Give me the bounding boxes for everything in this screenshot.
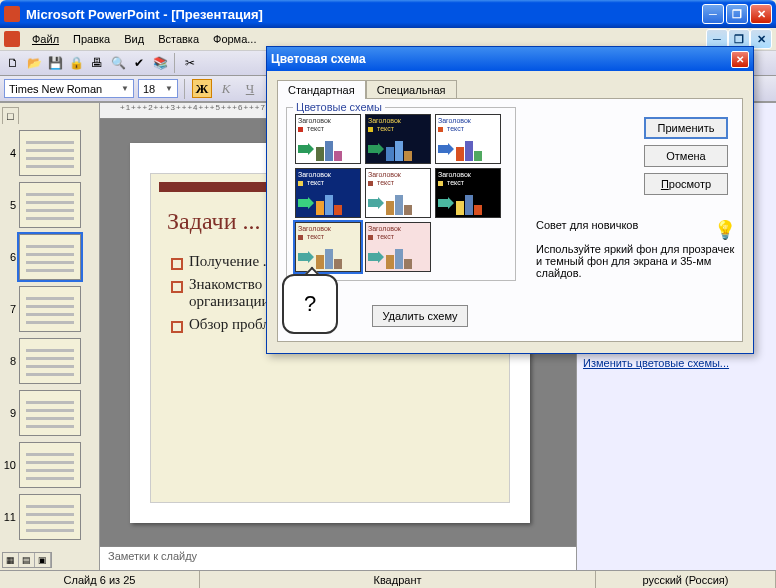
menu-view[interactable]: Вид — [118, 31, 150, 47]
sorter-view-button[interactable]: ▤ — [19, 553, 35, 567]
menu-insert[interactable]: Вставка — [152, 31, 205, 47]
slide-thumbnail[interactable] — [19, 234, 81, 280]
scheme-label: Заголовоктекст — [368, 225, 428, 241]
color-scheme-thumb[interactable]: Заголовоктекст — [295, 114, 361, 164]
color-scheme-thumb[interactable]: Заголовоктекст — [435, 168, 501, 218]
thumb-row[interactable]: 10 — [2, 442, 97, 488]
italic-button[interactable]: К — [216, 79, 236, 98]
color-scheme-thumb[interactable]: Заголовоктекст — [365, 222, 431, 272]
scheme-bars-icon — [316, 139, 342, 161]
new-icon[interactable]: 🗋 — [4, 54, 22, 72]
separator — [184, 79, 186, 99]
slide-thumbnail[interactable] — [19, 494, 81, 540]
preview-button[interactable]: Просмотр — [644, 173, 728, 195]
thumb-row[interactable]: 11 — [2, 494, 97, 540]
slide-thumbnail[interactable] — [19, 182, 81, 228]
font-name-combo[interactable]: Times New Roman ▼ — [4, 79, 134, 98]
thumb-row[interactable]: 8 — [2, 338, 97, 384]
dialog-titlebar[interactable]: Цветовая схема ✕ — [267, 47, 753, 71]
maximize-button[interactable]: ❐ — [726, 4, 748, 24]
slide-thumbnail[interactable] — [19, 390, 81, 436]
cancel-button[interactable]: Отмена — [644, 145, 728, 167]
arrow-icon — [368, 197, 384, 211]
arrow-icon — [438, 143, 454, 157]
color-scheme-thumb[interactable]: Заголовоктекст — [365, 114, 431, 164]
normal-view-button[interactable]: ▦ — [3, 553, 19, 567]
bold-button[interactable]: Ж — [192, 79, 212, 98]
arrow-icon — [298, 197, 314, 211]
slideshow-button[interactable]: ▣ — [35, 553, 51, 567]
arrow-icon — [368, 251, 384, 265]
separator — [174, 53, 176, 73]
font-name-value: Times New Roman — [9, 83, 102, 95]
close-button[interactable]: ✕ — [750, 4, 772, 24]
menu-file[interactable]: Файл — [26, 31, 65, 47]
research-icon[interactable]: 📚 — [151, 54, 169, 72]
minimize-button[interactable]: ─ — [702, 4, 724, 24]
document-icon[interactable] — [4, 31, 20, 47]
tab-standard[interactable]: Стандартная — [277, 80, 366, 99]
slide-thumbnail[interactable] — [19, 130, 81, 176]
outline-tab[interactable]: □ — [2, 107, 19, 124]
scheme-bars-icon — [456, 139, 482, 161]
print-preview-icon[interactable]: 🔍 — [109, 54, 127, 72]
fieldset-legend: Цветовые схемы — [293, 101, 385, 113]
cut-icon[interactable]: ✂ — [181, 54, 199, 72]
status-language[interactable]: русский (Россия) — [596, 571, 776, 588]
slide-thumbnail[interactable] — [19, 442, 81, 488]
scheme-grid: ЗаголовоктекстЗаголовоктекстЗаголовоктек… — [295, 114, 507, 272]
svg-marker-8 — [368, 143, 384, 155]
scheme-bars-icon — [386, 139, 412, 161]
thumb-number: 8 — [2, 355, 16, 367]
statusbar: Слайд 6 из 25 Квадрант русский (Россия) — [0, 570, 776, 588]
thumb-row[interactable]: 7 — [2, 286, 97, 332]
color-schemes-fieldset: Цветовые схемы ЗаголовоктекстЗаголовокте… — [286, 107, 516, 281]
scheme-bars-icon — [316, 247, 342, 269]
thumb-row[interactable]: 9 — [2, 390, 97, 436]
menu-edit[interactable]: Правка — [67, 31, 116, 47]
tab-panel-standard: Цветовые схемы ЗаголовоктекстЗаголовокте… — [277, 98, 743, 342]
lightbulb-icon: 💡 — [714, 219, 736, 241]
font-size-combo[interactable]: 18 ▼ — [138, 79, 178, 98]
main-titlebar: Microsoft PowerPoint - [Презентация] ─ ❐… — [0, 0, 776, 28]
color-scheme-thumb[interactable]: Заголовоктекст — [295, 222, 361, 272]
status-design: Квадрант — [200, 571, 596, 588]
tip-title: Совет для новичков — [536, 219, 736, 231]
dialog-close-button[interactable]: ✕ — [731, 51, 749, 68]
dialog-title: Цветовая схема — [271, 52, 366, 66]
save-icon[interactable]: 💾 — [46, 54, 64, 72]
scheme-bars-icon — [456, 193, 482, 215]
arrow-icon — [298, 143, 314, 157]
thumb-row[interactable]: 5 — [2, 182, 97, 228]
delete-scheme-button[interactable]: Удалить схему — [372, 305, 468, 327]
spellcheck-icon[interactable]: ✔ — [130, 54, 148, 72]
color-scheme-dialog: Цветовая схема ✕ Стандартная Специальная… — [266, 46, 754, 354]
scheme-bars-icon — [386, 247, 412, 269]
arrow-icon — [368, 143, 384, 157]
print-icon[interactable]: 🖶 — [88, 54, 106, 72]
svg-marker-14 — [368, 251, 384, 263]
color-scheme-thumb[interactable]: Заголовоктекст — [365, 168, 431, 218]
edit-color-schemes-link[interactable]: Изменить цветовые схемы... — [577, 355, 776, 371]
tip-box: 💡 Совет для новичков Используйте яркий ф… — [536, 219, 736, 279]
thumb-row[interactable]: 4 — [2, 130, 97, 176]
menu-format[interactable]: Форма... — [207, 31, 262, 47]
scheme-label: Заголовоктекст — [438, 171, 498, 187]
thumb-number: 11 — [2, 511, 16, 523]
permission-icon[interactable]: 🔒 — [67, 54, 85, 72]
color-scheme-thumb[interactable]: Заголовоктекст — [295, 168, 361, 218]
dialog-tabs: Стандартная Специальная — [277, 79, 743, 98]
thumb-number: 9 — [2, 407, 16, 419]
slide-thumbnail[interactable] — [19, 338, 81, 384]
tip-text: Используйте яркий фон для прозрачек и те… — [536, 243, 736, 279]
slide-thumbnail[interactable] — [19, 286, 81, 332]
tab-custom[interactable]: Специальная — [366, 80, 457, 99]
underline-button[interactable]: Ч — [240, 79, 260, 98]
open-icon[interactable]: 📂 — [25, 54, 43, 72]
apply-button[interactable]: Применить — [644, 117, 728, 139]
notes-area[interactable]: Заметки к слайду — [100, 546, 576, 570]
arrow-icon — [298, 251, 314, 265]
thumb-row[interactable]: 6 — [2, 234, 97, 280]
svg-marker-11 — [368, 197, 384, 209]
color-scheme-thumb[interactable]: Заголовоктекст — [435, 114, 501, 164]
